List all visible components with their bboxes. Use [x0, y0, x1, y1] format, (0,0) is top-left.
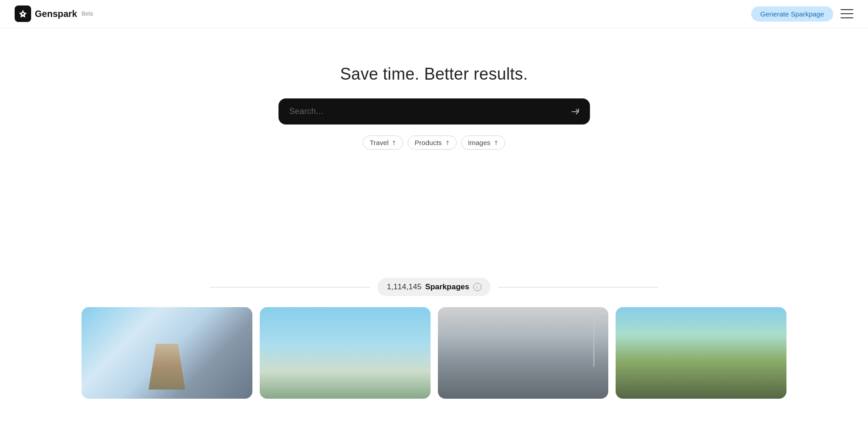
- header-left: Genspark Beta: [15, 5, 93, 22]
- info-icon[interactable]: i: [473, 283, 481, 291]
- filter-tag-images-label: Images: [468, 139, 491, 146]
- logo-text: Genspark: [35, 9, 77, 19]
- enter-icon[interactable]: [568, 104, 583, 119]
- filter-tag-travel[interactable]: Travel ↗: [363, 135, 403, 150]
- filter-tag-products[interactable]: Products ↗: [408, 135, 456, 150]
- sparkpages-label: Sparkpages: [425, 282, 469, 292]
- gallery: [0, 307, 868, 399]
- header: Genspark Beta Generate Sparkpage: [0, 0, 868, 28]
- hero-title: Save time. Better results.: [340, 65, 528, 84]
- filter-tag-images[interactable]: Images ↗: [461, 135, 505, 150]
- filter-tags: Travel ↗ Products ↗ Images ↗: [363, 135, 505, 150]
- svg-point-0: [22, 13, 24, 15]
- beta-badge: Beta: [82, 11, 93, 17]
- logo-icon: [15, 5, 31, 22]
- filter-tag-travel-label: Travel: [370, 139, 388, 146]
- stats-badge: 1,114,145 Sparkpages i: [377, 278, 490, 296]
- filter-tag-products-label: Products: [415, 139, 442, 146]
- gallery-item: [260, 307, 431, 399]
- header-right: Generate Sparkpage: [751, 6, 853, 22]
- stats-line-left: [210, 287, 370, 287]
- gallery-item: [82, 307, 252, 399]
- gallery-item: [438, 307, 609, 399]
- products-arrow-icon: ↗: [443, 138, 451, 146]
- images-arrow-icon: ↗: [491, 138, 500, 146]
- stats-line-right: [498, 287, 658, 287]
- hamburger-menu-icon[interactable]: [841, 9, 853, 18]
- hero-section: Save time. Better results. Travel ↗ Prod…: [0, 28, 868, 168]
- sparkpages-count: 1,114,145: [387, 282, 421, 292]
- gallery-item: [616, 307, 786, 399]
- generate-sparkpage-button[interactable]: Generate Sparkpage: [751, 6, 833, 22]
- search-wrapper: [278, 98, 590, 125]
- search-input[interactable]: [278, 98, 590, 125]
- travel-arrow-icon: ↗: [390, 138, 398, 146]
- stats-section: 1,114,145 Sparkpages i: [0, 278, 868, 296]
